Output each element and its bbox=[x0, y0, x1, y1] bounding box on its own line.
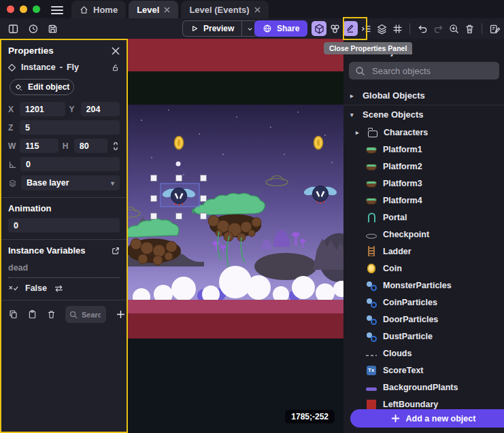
share-button[interactable]: Share bbox=[254, 20, 307, 37]
platform-icon bbox=[366, 181, 377, 188]
object-label: DoorParticles bbox=[383, 315, 438, 324]
scene-properties-icon[interactable] bbox=[487, 21, 502, 36]
particles-icon bbox=[366, 331, 377, 342]
open-variables-editor-icon[interactable] bbox=[112, 247, 120, 255]
platform-icon bbox=[366, 147, 377, 154]
object-list-item[interactable]: ▸ Global Objects bbox=[343, 86, 504, 105]
object-list-item[interactable]: ▸ Characters bbox=[343, 124, 504, 141]
preview-button[interactable]: Preview bbox=[182, 20, 241, 37]
object-list-item[interactable]: Checkpoint bbox=[343, 226, 504, 243]
animation-input[interactable] bbox=[8, 218, 120, 232]
object-label: Portal bbox=[383, 213, 407, 222]
z-label: Z bbox=[8, 123, 16, 133]
zoom-in-icon[interactable] bbox=[446, 21, 461, 36]
variable-name[interactable]: dead bbox=[8, 260, 120, 278]
object-list-item[interactable]: Ladder bbox=[343, 243, 504, 260]
3d-view-icon[interactable] bbox=[312, 21, 326, 36]
object-list-item[interactable]: ▾ Scene Objects bbox=[343, 105, 504, 124]
object-list-item[interactable]: Portal bbox=[343, 209, 504, 226]
edit-object-label: Edit object bbox=[28, 82, 69, 92]
object-label: Ladder bbox=[383, 247, 411, 256]
object-list-item[interactable]: Clouds bbox=[343, 345, 504, 362]
instances-icon[interactable] bbox=[327, 21, 342, 36]
edit-object-button[interactable]: Edit object bbox=[10, 79, 74, 95]
panels-layout-icon[interactable] bbox=[5, 21, 20, 36]
object-list-item[interactable]: Platform4 bbox=[343, 192, 504, 209]
add-variable-icon[interactable] bbox=[115, 309, 127, 320]
chevron-icon[interactable]: ▸ bbox=[350, 92, 356, 99]
close-window-button[interactable] bbox=[7, 5, 14, 13]
chevron-icon[interactable]: ▸ bbox=[356, 129, 362, 136]
object-list-item[interactable]: CoinParticles bbox=[343, 294, 504, 311]
tab-label: Level (Events) bbox=[189, 5, 249, 15]
variables-search-box[interactable] bbox=[65, 306, 106, 323]
width-input[interactable] bbox=[20, 139, 58, 153]
angle-input[interactable] bbox=[20, 157, 120, 171]
globe-icon bbox=[263, 24, 272, 33]
redo-icon[interactable] bbox=[431, 21, 446, 36]
toggle-value-icon[interactable] bbox=[54, 284, 64, 293]
selected-instance[interactable] bbox=[161, 184, 199, 207]
chevron-icon[interactable]: ▾ bbox=[350, 111, 356, 118]
coin-icon bbox=[367, 264, 375, 273]
tab-level[interactable]: Level bbox=[129, 1, 178, 18]
x-input[interactable] bbox=[20, 102, 65, 116]
object-label: Platform4 bbox=[383, 196, 422, 205]
tab-home[interactable]: Home bbox=[71, 1, 126, 18]
variables-search-input[interactable] bbox=[80, 310, 102, 319]
h-label: H bbox=[63, 141, 70, 151]
minimize-window-button[interactable] bbox=[20, 5, 27, 13]
trash-icon[interactable] bbox=[462, 21, 477, 36]
window-controls bbox=[0, 0, 40, 18]
scene-canvas[interactable]: 1785;-252 bbox=[128, 39, 343, 433]
object-list-item[interactable]: BackgroundPlants bbox=[343, 379, 504, 396]
object-label: CoinParticles bbox=[383, 298, 437, 307]
objects-search-box[interactable] bbox=[349, 62, 499, 80]
object-list-item[interactable]: Platform3 bbox=[343, 175, 504, 192]
app-window: Home Level Level (Events) bbox=[0, 0, 504, 433]
object-label: Scene Objects bbox=[363, 109, 424, 120]
maximize-window-button[interactable] bbox=[33, 5, 40, 13]
object-label: ScoreText bbox=[383, 366, 424, 375]
menu-icon[interactable] bbox=[51, 5, 63, 15]
object-label: Platform2 bbox=[383, 162, 422, 171]
paste-icon[interactable] bbox=[27, 309, 37, 319]
close-properties-icon[interactable] bbox=[112, 47, 120, 55]
close-tab-icon[interactable] bbox=[254, 7, 261, 13]
object-list-item[interactable]: DoorParticles bbox=[343, 311, 504, 328]
link-dimensions-icon[interactable] bbox=[112, 141, 120, 151]
object-list-item[interactable]: DustParticle bbox=[343, 328, 504, 345]
object-list-item[interactable]: ScoreText bbox=[343, 362, 504, 379]
particles-icon bbox=[366, 280, 377, 291]
z-input[interactable] bbox=[20, 120, 120, 135]
instance-variables-title: Instance Variables bbox=[8, 245, 85, 256]
object-list-item[interactable]: Platform1 bbox=[343, 141, 504, 158]
instance-type-label: Instance bbox=[21, 63, 56, 72]
height-input[interactable] bbox=[74, 139, 107, 153]
history-icon[interactable] bbox=[25, 21, 40, 36]
copy-icon[interactable] bbox=[8, 309, 18, 319]
properties-panel-title: Properties bbox=[8, 46, 54, 56]
object-label: LeftBoundary bbox=[383, 400, 438, 409]
pencil-highlight-box bbox=[343, 17, 367, 40]
add-object-button[interactable]: Add a new object bbox=[350, 409, 504, 428]
lock-open-icon[interactable] bbox=[111, 63, 120, 72]
close-tab-icon[interactable] bbox=[164, 7, 170, 13]
plants-icon bbox=[366, 387, 377, 391]
grid-icon[interactable] bbox=[390, 21, 405, 36]
layer-select[interactable]: Base layer ▾ bbox=[21, 175, 120, 190]
object-list-item[interactable]: Coin bbox=[343, 260, 504, 277]
layers-icon[interactable] bbox=[374, 21, 389, 36]
object-label: DustParticle bbox=[383, 332, 433, 341]
delete-variable-icon[interactable] bbox=[46, 309, 56, 319]
boundary-icon bbox=[367, 400, 376, 409]
undo-icon[interactable] bbox=[415, 21, 430, 36]
tab-level-events[interactable]: Level (Events) bbox=[181, 1, 268, 18]
object-list-item[interactable]: Platform2 bbox=[343, 158, 504, 175]
instance-icon bbox=[8, 64, 16, 71]
objects-search-input[interactable] bbox=[371, 65, 493, 77]
variable-value[interactable]: False bbox=[25, 283, 47, 293]
save-icon[interactable] bbox=[45, 21, 60, 36]
object-list-item[interactable]: MonsterParticles bbox=[343, 277, 504, 294]
y-input[interactable] bbox=[81, 102, 120, 116]
